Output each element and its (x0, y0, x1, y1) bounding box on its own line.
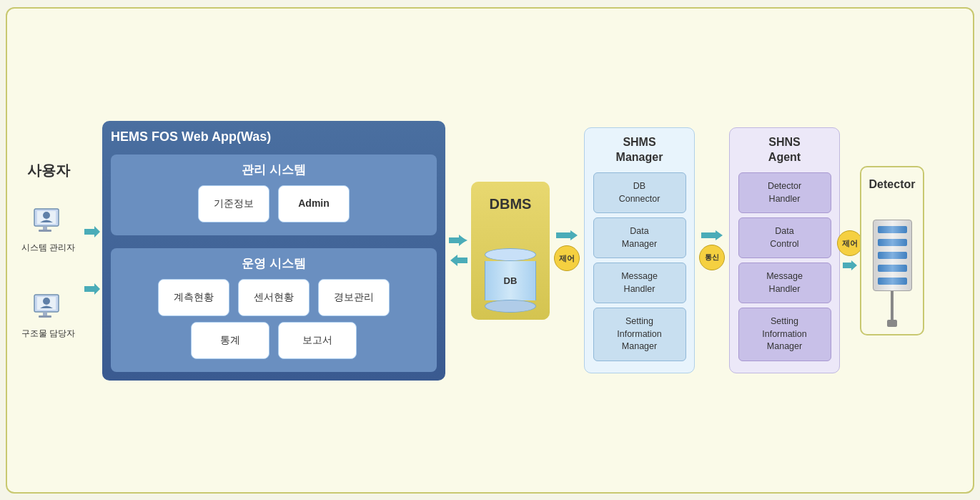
device-slot-1 (878, 226, 907, 233)
user-title: 사용자 (27, 161, 70, 180)
dbms-section: DBMS DB (471, 182, 550, 320)
small-arrow-right-detector (843, 260, 857, 270)
shms-title: SHMS Manager (616, 135, 663, 165)
svg-rect-9 (39, 315, 51, 318)
device-body (873, 220, 912, 291)
arrow-right-1 (84, 225, 100, 239)
db-cylinder: DB (485, 248, 536, 313)
shms-db-connector: DBConnector (593, 172, 686, 213)
svg-rect-8 (43, 312, 47, 315)
device-slot-4 (878, 265, 907, 272)
svg-marker-11 (84, 283, 100, 295)
db-body: DB (485, 261, 536, 300)
svg-marker-14 (450, 255, 467, 266)
db-top (485, 248, 536, 261)
manager-label: 구조물 담당자 (21, 328, 75, 340)
control-label-2: 제어 (837, 230, 863, 256)
module-sensor: 센서현황 (238, 279, 310, 316)
shms-setting-info: SettingInformationManager (593, 308, 686, 361)
device-slot-5 (878, 278, 907, 285)
shns-detector-connector: 제어 (843, 230, 857, 270)
svg-rect-3 (43, 226, 47, 230)
device-plug (887, 320, 897, 327)
comm-label: 통신 (699, 245, 725, 270)
management-modules: 기준정보 Admin (119, 185, 428, 222)
was-dbms-connector (448, 234, 468, 267)
user-sysadmin: 시스템 관리자 (21, 207, 75, 254)
detector-title: Detector (869, 178, 916, 191)
shns-setting-info: SettingInformationManager (738, 308, 831, 361)
module-kizyun: 기준정보 (198, 185, 269, 222)
was-title: HEMS FOS Web App(Was) (111, 129, 437, 144)
svg-point-2 (43, 212, 50, 219)
svg-rect-4 (39, 230, 51, 232)
sysadmin-label: 시스템 관리자 (21, 242, 75, 254)
control-label-1: 제어 (554, 245, 580, 271)
user-section: 사용자 시스템 관리자 (14, 161, 82, 340)
module-stats: 통계 (191, 322, 269, 359)
svg-marker-10 (84, 226, 100, 237)
main-container: 사용자 시스템 관리자 (6, 7, 974, 494)
management-subsystem: 관리 시스템 기준정보 Admin (111, 155, 437, 235)
svg-marker-17 (843, 260, 857, 270)
operation-subsystem: 운영 시스템 계측현황 센서현황 경보관리 통계 보고서 (111, 248, 437, 372)
module-report: 보고서 (278, 322, 357, 359)
shms-shns-connector: 통신 (698, 230, 726, 270)
was-section: HEMS FOS Web App(Was) 관리 시스템 기준정보 Admin … (102, 121, 445, 381)
small-arrow-right-comm (701, 230, 723, 240)
shns-title: SHNS Agent (768, 135, 801, 165)
operation-modules-row1: 계측현황 센서현황 경보관리 (119, 279, 428, 316)
svg-point-7 (43, 298, 50, 305)
shns-message-handler: MessageHandler (738, 263, 831, 303)
management-title: 관리 시스템 (119, 162, 428, 178)
small-arrow-right-top (556, 230, 578, 241)
device-slot-3 (878, 252, 907, 259)
svg-marker-15 (556, 230, 578, 240)
user-manager: 구조물 담당자 (21, 293, 75, 340)
detector-device (873, 220, 912, 327)
module-admin: Admin (278, 185, 350, 222)
operation-modules-row2: 통계 보고서 (119, 322, 428, 359)
module-measurement: 계측현황 (158, 279, 229, 316)
manager-icon (31, 293, 66, 325)
svg-marker-13 (462, 237, 467, 243)
shms-section: SHMS Manager DBConnector DataManager Mes… (584, 127, 695, 373)
diamond-arrow-right (449, 234, 467, 247)
module-alarm: 경보관리 (318, 279, 390, 316)
shns-data-control: DataControl (738, 217, 831, 258)
diamond-arrow-left (449, 254, 467, 267)
db-label: DB (504, 275, 518, 286)
device-cable (891, 291, 894, 320)
svg-marker-16 (701, 230, 723, 240)
device-slot-2 (878, 239, 907, 246)
operation-title: 운영 시스템 (119, 255, 428, 272)
shms-data-manager: DataManager (593, 217, 686, 258)
dbms-shms-connector: 제어 (553, 230, 581, 271)
detector-section: Detector (860, 166, 924, 335)
dbms-title: DBMS (490, 196, 532, 212)
user-was-connector (85, 205, 99, 296)
arrow-right-2 (84, 282, 100, 296)
db-bottom (485, 300, 536, 313)
shms-message-handler: MessageHandler (593, 263, 686, 303)
shns-section: SHNS Agent DetectorHandler DataControl M… (729, 127, 840, 373)
shns-detector-handler: DetectorHandler (738, 172, 831, 213)
sysadmin-icon (31, 207, 66, 239)
